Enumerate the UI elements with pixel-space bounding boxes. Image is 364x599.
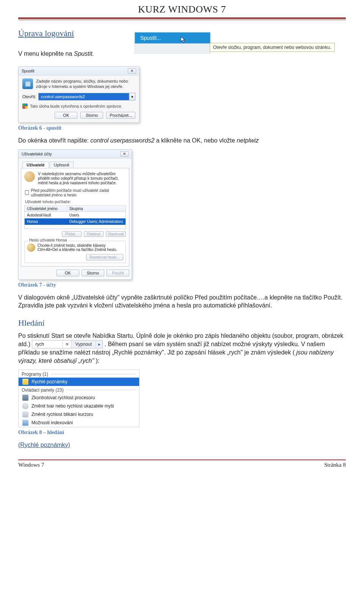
run-desc: Zadejte název programu, složky, dokument… xyxy=(36,78,135,89)
open-combobox[interactable]: control userpasswords2 ▾ xyxy=(38,93,135,100)
result-label: Zkontrolovat rychlost procesoru xyxy=(31,395,95,400)
par-d: netplwiz xyxy=(237,137,259,144)
open-value: control userpasswords2 xyxy=(39,93,129,100)
footer-left: Windows 7 xyxy=(18,462,44,468)
result-label: Možnosti indexování xyxy=(31,420,73,425)
spustit-menu-cluster: Spustit... Otevře složku, program, dokum… xyxy=(135,32,210,53)
heading-hledani: Hledání xyxy=(18,318,346,328)
ua-check-label: Před použitím počítače musí uživatelé za… xyxy=(31,188,126,197)
col-group: Skupina xyxy=(67,206,126,212)
search-input[interactable]: rych xyxy=(32,340,63,348)
menu-item-label: Spustit... xyxy=(140,35,161,41)
search-shutdown-label[interactable]: Vypnout xyxy=(71,340,96,348)
open-label: Otevřít: xyxy=(22,94,36,99)
cpu-icon xyxy=(22,395,28,401)
footer-right: Stránka 8 xyxy=(324,462,346,468)
run-titlebar: Spustit ✕ xyxy=(19,67,139,75)
caption-results: Obrázek 8 – hledání xyxy=(18,430,346,436)
reset-password-button[interactable]: Resetovat heslo... xyxy=(86,254,123,260)
close-icon[interactable]: ✕ xyxy=(128,68,136,74)
ok-button[interactable]: OK xyxy=(56,270,79,276)
par-c: a klikněte na OK, nebo vložte xyxy=(156,137,237,144)
ua-pwd-text: Chcete-li změnit heslo, stiskněte kláves… xyxy=(27,243,123,252)
key-icon xyxy=(27,243,35,252)
menu-item-spustit[interactable]: Spustit... xyxy=(135,32,210,44)
list-item[interactable]: Změnit rychlost blikání kurzoru xyxy=(19,410,139,419)
table-row[interactable]: Honsa Debugger Users; Administrators xyxy=(25,218,126,225)
list-item[interactable]: Rychlé poznámky xyxy=(19,378,139,386)
inline-search-box[interactable]: rych ✕ Vypnout ▸ xyxy=(32,340,103,348)
results-hdr1-text: Programy (1) xyxy=(22,372,48,377)
ua-pwd-label: Heslo uživatele Honsa xyxy=(28,238,69,242)
cell-group2: Debugger Users; Administrators xyxy=(67,219,126,224)
cancel-button[interactable]: Storno xyxy=(82,270,104,276)
uac-shield-icon xyxy=(22,103,28,109)
para-hledani: Po stisknutí Start se otevře Nabídka Sta… xyxy=(18,332,346,365)
table-row[interactable]: AutodeskVault Users xyxy=(25,212,126,218)
results-hdr2-text: Ovládací panely (23) xyxy=(22,387,64,393)
tab-upresnit[interactable]: Upřesnit xyxy=(50,162,74,168)
tab-uzivatele[interactable]: Uživatelé xyxy=(22,162,49,168)
page-title: KURZ WINDOWS 7 xyxy=(18,0,346,15)
index-icon xyxy=(22,420,28,426)
footer: Windows 7 Stránka 8 xyxy=(18,460,346,468)
link-rychle-poznamky-p: (Rychlé poznámky) xyxy=(18,441,346,449)
results-header-programy: Programy (1) xyxy=(19,370,139,378)
run-title-text: Spustit xyxy=(22,69,35,73)
para-intro-a: V menu klepněte na xyxy=(18,50,74,57)
uac-text: Tato úloha bude vytvořena s oprávněním s… xyxy=(30,104,122,108)
caret-icon xyxy=(22,411,28,417)
cursor-icon xyxy=(180,36,186,43)
run-dialog: Spustit ✕ ▦ Zadejte název programu, slož… xyxy=(18,66,140,123)
result-label: Změnit rychlost blikání kurzoru xyxy=(31,412,93,417)
ua-title-text: Uživatelské účty xyxy=(22,152,52,156)
chevron-down-icon[interactable]: ▾ xyxy=(129,93,135,100)
cell-user1: AutodeskVault xyxy=(25,212,67,218)
col-username: Uživatelské jméno xyxy=(25,206,67,212)
tooltip: Otevře složku, program, dokument nebo we… xyxy=(210,43,335,52)
users-icon xyxy=(24,171,35,182)
properties-button[interactable]: Vlastnosti xyxy=(106,231,126,237)
close-icon[interactable]: ✕ xyxy=(120,151,129,157)
search-results: Programy (1) Rychlé poznámky Ovládací pa… xyxy=(18,370,140,427)
para-after-run: Do okénka otevřít napište: control userp… xyxy=(18,136,346,145)
ph-d: ): xyxy=(96,358,100,364)
chevron-right-icon[interactable]: ▸ xyxy=(96,340,102,348)
user-accounts-dialog: Uživatelské účty ✕ Uživatelé Upřesnit V … xyxy=(18,149,132,280)
list-item[interactable]: Změnit tvar nebo rychlost ukazatele myši xyxy=(19,402,139,410)
par-a: Do okénka otevřít napište: xyxy=(18,137,90,144)
para-ua1: V dialogovém okně „Uživatelské účty" vyp… xyxy=(18,293,346,310)
para-intro-b: Spustit. xyxy=(74,50,94,57)
result-label: Změnit tvar nebo rychlost ukazatele myši xyxy=(31,403,114,409)
caption-ua: Obrázek 7 - účty xyxy=(18,282,346,288)
clear-icon[interactable]: ✕ xyxy=(63,340,71,348)
ua-list-header: Uživatelské jméno Skupina xyxy=(25,206,126,212)
caption-run: Obrázek 6 - spustit xyxy=(18,125,346,131)
results-header-ovladaci: Ovládací panely (23) xyxy=(19,386,139,394)
menu-below xyxy=(135,44,210,53)
title-rule xyxy=(18,17,346,20)
ua-blurb-text: V následujícím seznamu můžete uživatelům… xyxy=(38,171,126,185)
ua-titlebar: Uživatelské účty ✕ xyxy=(19,150,132,158)
ua-password-box: Heslo uživatele Honsa Chcete-li změnit h… xyxy=(24,241,126,263)
par-b: control userpasswords2 xyxy=(90,137,154,144)
list-item[interactable]: Možnosti indexování xyxy=(19,419,139,427)
link-rychle-poznamky[interactable]: (Rychlé poznámky) xyxy=(18,442,70,448)
add-button[interactable]: Přidat... xyxy=(62,231,82,237)
sticky-notes-icon xyxy=(22,379,28,385)
apply-button[interactable]: Použít xyxy=(107,270,129,276)
ok-button[interactable]: OK xyxy=(55,112,77,119)
cancel-button[interactable]: Storno xyxy=(80,112,103,119)
checkbox-icon[interactable] xyxy=(25,190,29,195)
run-icon: ▦ xyxy=(22,78,33,89)
ua-list-label: Uživatelé tohoto počítače: xyxy=(25,199,126,204)
browse-button[interactable]: Procházet... xyxy=(106,112,135,119)
cell-user2: Honsa xyxy=(25,219,67,224)
remove-button[interactable]: Odebrat xyxy=(84,231,104,237)
list-item[interactable]: Zkontrolovat rychlost procesoru xyxy=(19,394,139,402)
ua-user-list[interactable]: Uživatelské jméno Skupina AutodeskVault … xyxy=(24,205,126,229)
cell-group1: Users xyxy=(67,212,126,218)
mouse-icon xyxy=(22,403,28,409)
ua-checkbox-row[interactable]: Před použitím počítače musí uživatelé za… xyxy=(25,188,126,197)
result-label: Rychlé poznámky xyxy=(31,379,67,384)
